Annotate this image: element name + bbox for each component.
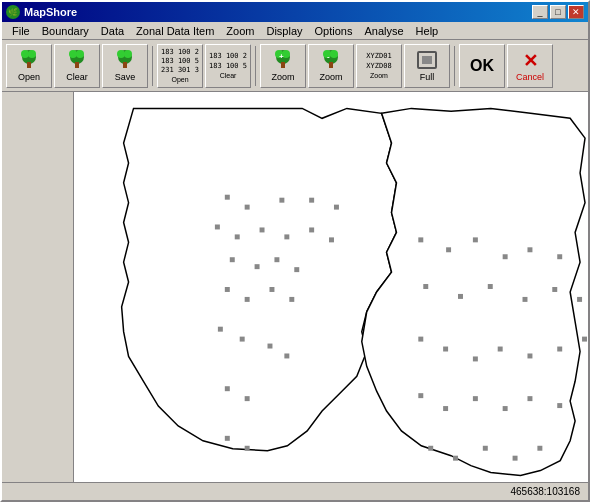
cancel-button[interactable]: ✕ Cancel bbox=[507, 44, 553, 88]
data-clear-label: Clear bbox=[220, 72, 237, 79]
data-point bbox=[235, 234, 240, 239]
data-point bbox=[240, 337, 245, 342]
menu-zonal-data-item[interactable]: Zonal Data Item bbox=[130, 24, 220, 38]
menu-options[interactable]: Options bbox=[309, 24, 359, 38]
menu-analyse[interactable]: Analyse bbox=[358, 24, 409, 38]
data-point bbox=[473, 237, 478, 242]
map-canvas[interactable] bbox=[74, 92, 588, 482]
separator-1 bbox=[152, 46, 153, 86]
data-point bbox=[245, 396, 250, 401]
full-button[interactable]: Full bbox=[404, 44, 450, 88]
data-point bbox=[309, 198, 314, 203]
svg-rect-23 bbox=[422, 56, 432, 64]
app-icon: 🌿 bbox=[6, 5, 20, 19]
data-point bbox=[483, 446, 488, 451]
maximize-button[interactable]: □ bbox=[550, 5, 566, 19]
data-point bbox=[557, 347, 562, 352]
data-point bbox=[446, 247, 451, 252]
menu-zoom[interactable]: Zoom bbox=[220, 24, 260, 38]
menu-display[interactable]: Display bbox=[260, 24, 308, 38]
data-point bbox=[260, 227, 265, 232]
zoom-coords-label: Zoom bbox=[370, 72, 388, 79]
map-svg bbox=[74, 92, 588, 482]
data-point bbox=[334, 205, 339, 210]
data-point bbox=[329, 237, 334, 242]
data-point bbox=[498, 347, 503, 352]
title-bar-left: 🌿 MapShore bbox=[6, 5, 77, 19]
data-point bbox=[527, 396, 532, 401]
toolbar: Open Clear Save 183 100 bbox=[2, 40, 588, 92]
data-point bbox=[557, 403, 562, 408]
data-point bbox=[225, 436, 230, 441]
main-area bbox=[2, 92, 588, 482]
menu-boundary[interactable]: Boundary bbox=[36, 24, 95, 38]
data-open-button[interactable]: 183 100 2 183 100 5 231 301 3 Open bbox=[157, 44, 203, 88]
data-point bbox=[245, 297, 250, 302]
data-point bbox=[577, 297, 582, 302]
window-title: MapShore bbox=[24, 6, 77, 18]
data-point bbox=[527, 247, 532, 252]
close-button[interactable]: ✕ bbox=[568, 5, 584, 19]
full-icon bbox=[415, 49, 439, 71]
data-point bbox=[443, 406, 448, 411]
menu-file[interactable]: File bbox=[6, 24, 36, 38]
left-panel bbox=[2, 92, 74, 482]
data-point bbox=[443, 347, 448, 352]
data-point bbox=[453, 456, 458, 461]
data-point bbox=[458, 294, 463, 299]
data-point bbox=[284, 234, 289, 239]
minimize-button[interactable]: _ bbox=[532, 5, 548, 19]
zoom-out-button[interactable]: - Zoom bbox=[308, 44, 354, 88]
zoom-coords-button[interactable]: XYZD01 XYZD08 Zoom bbox=[356, 44, 402, 88]
svg-point-2 bbox=[28, 50, 36, 58]
clear-boundary-label: Clear bbox=[66, 72, 88, 82]
data-point bbox=[423, 284, 428, 289]
data-point bbox=[294, 267, 299, 272]
data-point bbox=[267, 344, 272, 349]
zoom-in-button[interactable]: + Zoom bbox=[260, 44, 306, 88]
ok-button[interactable]: OK bbox=[459, 44, 505, 88]
data-point bbox=[473, 396, 478, 401]
open-button[interactable]: Open bbox=[6, 44, 52, 88]
data-point bbox=[218, 327, 223, 332]
data-point bbox=[418, 393, 423, 398]
clear-boundary-icon bbox=[65, 49, 89, 71]
data-clear-button[interactable]: 183 100 2 183 100 5 Clear bbox=[205, 44, 251, 88]
data-point bbox=[225, 195, 230, 200]
coords-display-1: 183 100 2 183 100 5 231 301 3 bbox=[161, 48, 199, 75]
clear-boundary-button[interactable]: Clear bbox=[54, 44, 100, 88]
region-2 bbox=[362, 108, 585, 475]
separator-2 bbox=[255, 46, 256, 86]
data-open-label: Open bbox=[171, 76, 188, 83]
data-point bbox=[473, 356, 478, 361]
svg-rect-20 bbox=[329, 62, 333, 68]
svg-point-9 bbox=[117, 50, 125, 58]
save-label: Save bbox=[115, 72, 136, 82]
data-point bbox=[557, 254, 562, 259]
data-point bbox=[279, 198, 284, 203]
svg-rect-11 bbox=[123, 62, 127, 68]
data-point bbox=[225, 386, 230, 391]
menu-help[interactable]: Help bbox=[410, 24, 445, 38]
svg-text:+: + bbox=[279, 52, 284, 61]
menu-data[interactable]: Data bbox=[95, 24, 130, 38]
data-point bbox=[255, 264, 260, 269]
data-point bbox=[274, 257, 279, 262]
full-label: Full bbox=[420, 72, 435, 82]
status-bar: 465638:103168 bbox=[2, 482, 588, 500]
data-point bbox=[289, 297, 294, 302]
data-point bbox=[488, 284, 493, 289]
coordinates-display: 465638:103168 bbox=[510, 486, 580, 497]
data-point bbox=[552, 287, 557, 292]
save-button[interactable]: Save bbox=[102, 44, 148, 88]
save-icon bbox=[113, 49, 137, 71]
open-label: Open bbox=[18, 72, 40, 82]
data-point bbox=[418, 237, 423, 242]
cancel-label: Cancel bbox=[516, 72, 544, 82]
data-point bbox=[428, 446, 433, 451]
svg-point-10 bbox=[124, 50, 132, 58]
separator-3 bbox=[454, 46, 455, 86]
svg-point-6 bbox=[76, 50, 84, 58]
coords-display-2: 183 100 2 183 100 5 bbox=[209, 52, 247, 70]
data-point bbox=[225, 287, 230, 292]
